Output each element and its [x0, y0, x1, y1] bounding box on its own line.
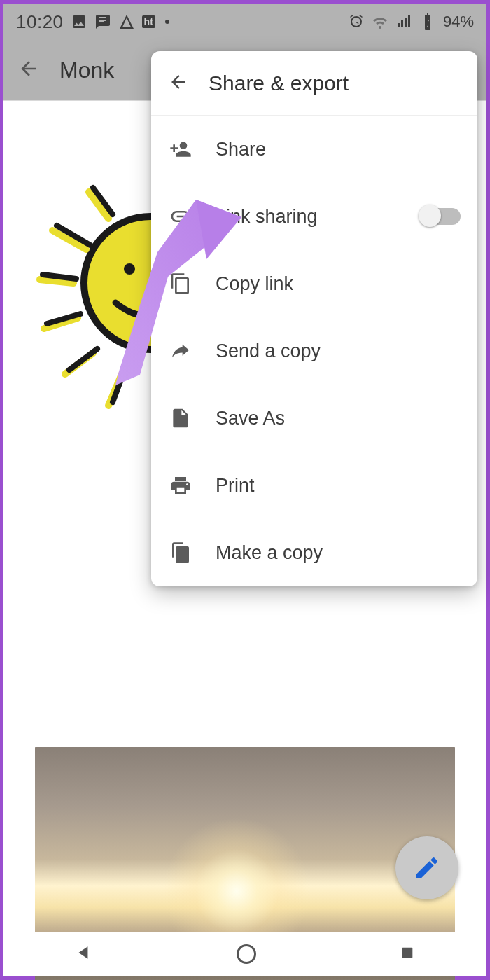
- arrow-back-icon: [168, 71, 189, 92]
- app-frame: Monk 10:20 ht 94%: [0, 0, 490, 980]
- share-export-menu: Share & export Share Link sharing Copy l…: [151, 51, 477, 586]
- message-icon: [94, 13, 111, 30]
- image-icon: [71, 13, 88, 30]
- menu-item-copy-link[interactable]: Copy link: [151, 250, 477, 317]
- menu-item-label: Print: [216, 475, 461, 497]
- menu-item-label: Save As: [216, 408, 461, 429]
- menu-item-link-sharing[interactable]: Link sharing: [151, 183, 477, 250]
- app-badge-icon: [118, 13, 135, 30]
- back-button[interactable]: [18, 57, 40, 83]
- menu-item-label: Copy link: [216, 273, 461, 295]
- menu-back-button[interactable]: [168, 71, 189, 95]
- link-sharing-toggle[interactable]: [420, 208, 461, 225]
- copy-link-icon: [168, 271, 193, 296]
- menu-item-label: Share: [216, 139, 461, 160]
- alarm-icon: [348, 13, 365, 30]
- menu-item-share[interactable]: Share: [151, 116, 477, 183]
- menu-header: Share & export: [151, 51, 477, 116]
- nav-recent-button[interactable]: [400, 945, 415, 963]
- menu-title: Share & export: [209, 71, 349, 95]
- nav-back-button[interactable]: [75, 944, 93, 965]
- wifi-icon: [372, 13, 388, 30]
- send-icon: [168, 338, 193, 364]
- svg-line-12: [69, 349, 97, 370]
- ht-badge: ht: [142, 15, 155, 28]
- square-recent-icon: [400, 945, 415, 960]
- menu-item-label: Send a copy: [216, 340, 461, 362]
- status-bar: 10:20 ht 94%: [4, 4, 486, 40]
- menu-item-save-as[interactable]: Save As: [151, 385, 477, 452]
- document-title: Monk: [59, 57, 114, 83]
- menu-item-label: Make a copy: [216, 542, 461, 564]
- battery-icon: [419, 13, 436, 30]
- link-icon: [168, 204, 193, 229]
- file-icon: [168, 406, 193, 431]
- menu-item-send-copy[interactable]: Send a copy: [151, 317, 477, 385]
- menu-item-label: Link sharing: [216, 206, 398, 228]
- menu-item-make-copy[interactable]: Make a copy: [151, 519, 477, 586]
- nav-home-button[interactable]: [237, 944, 256, 964]
- battery-percent: 94%: [443, 13, 474, 31]
- pencil-icon: [413, 854, 441, 882]
- print-icon: [168, 473, 193, 498]
- svg-point-17: [124, 263, 135, 275]
- edit-fab[interactable]: [396, 836, 458, 899]
- svg-rect-20: [402, 948, 412, 958]
- more-notifications-dot: [165, 20, 169, 24]
- person-add-icon: [168, 137, 193, 162]
- menu-item-print[interactable]: Print: [151, 452, 477, 519]
- clock: 10:20: [16, 11, 64, 33]
- signal-icon: [396, 13, 412, 30]
- system-nav-bar: [4, 932, 486, 976]
- triangle-back-icon: [75, 944, 93, 962]
- duplicate-icon: [168, 540, 193, 565]
- screen: Monk 10:20 ht 94%: [4, 4, 486, 976]
